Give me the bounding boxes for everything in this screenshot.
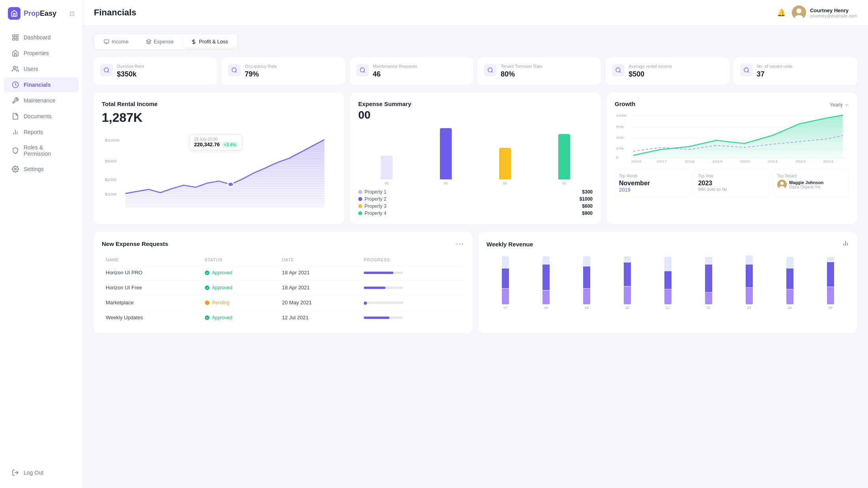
kpi-occupancy: Occupancy Rate 79% <box>222 58 345 85</box>
svg-text:0: 0 <box>616 156 619 159</box>
logo-area: PropEasy ⊡ <box>0 7 82 29</box>
total-rental-card: Total Rental Income 1,287K 29 July 00:00… <box>94 93 344 224</box>
sidebar-item-properties[interactable]: Properties <box>4 46 79 61</box>
kpi-vacant-icon <box>740 64 753 76</box>
total-rental-title: Total Rental Income <box>102 101 336 107</box>
expense-summary-value: 00 <box>358 109 593 121</box>
logo-icon <box>8 7 21 20</box>
kpi-overdue-rent: Overdue Rent $350k <box>94 58 217 85</box>
sidebar-item-documents[interactable]: Documents <box>4 109 79 124</box>
avatar <box>792 6 806 20</box>
svg-text:10k: 10k <box>616 147 624 150</box>
row-name: Weekly Updates <box>103 310 200 324</box>
kpi-maintenance-icon <box>356 64 369 76</box>
progress-bar-bg <box>364 317 403 319</box>
bar-p2 <box>440 128 452 179</box>
period-select[interactable]: Yearly <box>830 102 849 108</box>
row-date: 18 Apr 2021 <box>279 280 360 294</box>
kpi-avg-rental-data: Average rental income $500 <box>629 64 672 78</box>
svg-point-9 <box>15 168 17 170</box>
growth-title: Growth <box>615 101 636 107</box>
weekly-bar-17: 17 <box>486 256 524 310</box>
expense-table: NAME STATUS DATE PROGRESS Horizon UI PRO… <box>102 254 464 325</box>
svg-text:2019: 2019 <box>712 160 722 163</box>
notification-bell-icon[interactable]: 🔔 <box>777 8 786 17</box>
weekly-revenue-header: Weekly Revenue <box>486 240 849 248</box>
expense-summary-title: Expense Summary <box>358 101 593 107</box>
sidebar-item-financials[interactable]: Financials <box>4 77 79 92</box>
weekly-revenue-card: Weekly Revenue 17 <box>479 232 857 333</box>
svg-point-56 <box>205 285 210 290</box>
logout-button[interactable]: Log Out <box>4 465 79 480</box>
bar-group-3: 00 <box>477 148 533 185</box>
svg-point-16 <box>104 68 108 72</box>
svg-line-19 <box>236 71 237 73</box>
kpi-maintenance-data: Maintenance Requests 46 <box>373 64 417 78</box>
status-badge: !Pending <box>204 300 275 305</box>
svg-text:50k: 50k <box>616 125 624 128</box>
sidebar-item-maintenance[interactable]: Maintenance <box>4 93 79 108</box>
svg-line-17 <box>108 71 109 73</box>
expense-requests-more[interactable]: ··· <box>456 240 464 248</box>
svg-line-25 <box>619 71 621 73</box>
sidebar-item-properties-label: Properties <box>24 50 49 56</box>
svg-rect-3 <box>16 38 18 40</box>
svg-text:2023: 2023 <box>823 160 834 163</box>
user-email: courtney@example.com <box>810 13 857 18</box>
weekly-bar-25: 25 <box>812 257 849 310</box>
legend-p4: Property 4 $900 <box>358 210 593 216</box>
weekly-bar-24: 24 <box>771 257 808 310</box>
top-month-stat: Top Month November 2019 <box>615 169 691 197</box>
status-badge: Approved <box>204 285 275 291</box>
table-row: Weekly Updates Approved 12 Jul 2021 <box>103 310 464 324</box>
kpi-grid: Overdue Rent $350k Occupancy Rate 79% <box>94 58 857 85</box>
tab-profit-loss[interactable]: Profit & Loss <box>183 35 236 48</box>
row-name: Marketplace <box>103 295 200 309</box>
sidebar-item-settings[interactable]: Settings <box>4 162 79 177</box>
row-name: Horizon UI Free <box>103 280 200 294</box>
svg-point-26 <box>744 68 748 72</box>
sidebar-item-documents-label: Documents <box>24 113 52 119</box>
progress-dot <box>364 302 367 305</box>
expense-bar-chart: 00 00 00 00 <box>358 126 593 185</box>
svg-text:$100: $100 <box>105 192 116 196</box>
svg-text:2018: 2018 <box>685 160 695 163</box>
table-row: Horizon UI Free Approved 18 Apr 2021 <box>103 280 464 294</box>
kpi-vacant-units: No. of vacant units 37 <box>734 58 857 85</box>
kpi-turnover-data: Tenant Turnover Rate 80% <box>501 64 542 78</box>
svg-point-12 <box>797 8 802 13</box>
sidebar-item-roles[interactable]: Roles & Permission <box>4 140 79 161</box>
expense-requests-card: New Expense Requests ··· NAME STATUS DAT… <box>94 232 472 333</box>
sidebar-item-reports[interactable]: Reports <box>4 125 79 140</box>
sidebar-item-users[interactable]: Users <box>4 61 79 76</box>
bar-group-1: 00 <box>358 156 415 185</box>
page-title: Financials <box>94 7 137 18</box>
svg-rect-2 <box>13 38 15 40</box>
bar-p4 <box>558 134 570 179</box>
tab-expense[interactable]: Expense <box>138 35 182 48</box>
kpi-avg-rental-icon <box>612 64 625 76</box>
page-header: Financials 🔔 Courtney Henry courtney@exa… <box>83 0 868 26</box>
legend-p3: Property 3 $600 <box>358 203 593 209</box>
logout-label: Log Out <box>24 469 43 476</box>
svg-line-23 <box>492 71 493 73</box>
tab-income[interactable]: Income <box>96 35 137 48</box>
bar-group-4: 00 <box>536 134 593 185</box>
status-badge: Approved <box>204 315 275 320</box>
progress-bar-bg <box>364 287 403 289</box>
svg-text:2020: 2020 <box>740 160 750 163</box>
weekly-revenue-chart-icon[interactable] <box>842 240 849 248</box>
kpi-overdue-rent-data: Overdue Rent $350k <box>117 64 144 78</box>
total-rental-value: 1,287K <box>102 110 336 125</box>
svg-point-24 <box>616 68 620 72</box>
sidebar-item-reports-label: Reports <box>24 129 43 135</box>
kpi-occupancy-icon <box>228 64 241 76</box>
table-row: Marketplace !Pending 20 May 2021 <box>103 295 464 309</box>
sidebar-toggle[interactable]: ⊡ <box>69 10 75 17</box>
growth-stats: Top Month November 2019 Top Year 2023 96… <box>615 169 849 197</box>
kpi-turnover: Tenant Turnover Rate 80% <box>478 58 601 85</box>
table-row: Horizon UI PRO Approved 18 Apr 2021 <box>103 265 464 279</box>
user-info: Courtney Henry courtney@example.com <box>810 7 857 18</box>
sidebar-item-roles-label: Roles & Permission <box>24 144 71 157</box>
sidebar-item-dashboard[interactable]: Dashboard <box>4 30 79 45</box>
